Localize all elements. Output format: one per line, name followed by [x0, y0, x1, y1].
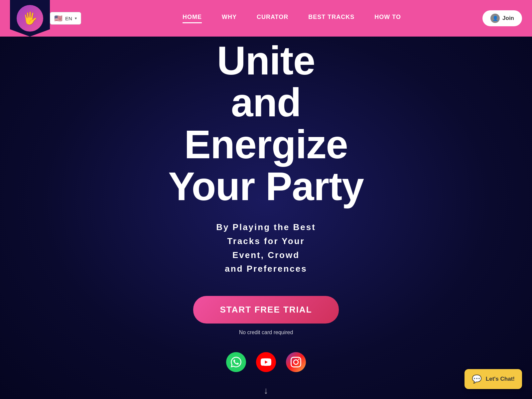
social-icons	[226, 352, 306, 372]
no-credit-text: No credit card required	[239, 330, 293, 335]
flag-icon: 🇺🇸	[54, 14, 63, 22]
chat-widget[interactable]: 💬 Let's Chat!	[465, 369, 522, 389]
logo[interactable]: 🖐	[10, 0, 50, 37]
nav-links: HOME WHY CURATOR BEST TRACKS HOW TO	[101, 14, 482, 23]
hero-subtitle-line3: Event, Crowd	[232, 250, 300, 260]
chat-icon: 💬	[472, 374, 482, 384]
hero-title-line2: and	[231, 80, 301, 125]
nav-home[interactable]: HOME	[183, 14, 202, 23]
youtube-icon[interactable]	[256, 352, 276, 372]
hero-subtitle-line2: Tracks for Your	[227, 236, 305, 246]
join-button[interactable]: 👤 Join	[482, 10, 522, 26]
whatsapp-icon[interactable]	[226, 352, 246, 372]
logo-icon: 🖐	[23, 11, 38, 25]
hero-title-line1: Unite	[217, 38, 315, 83]
scroll-down-arrow: ↓	[264, 385, 268, 396]
nav-curator[interactable]: CURATOR	[257, 14, 288, 23]
nav-why[interactable]: WHY	[222, 14, 237, 23]
hero-title: Unite and Energize Your Party	[168, 40, 364, 207]
navbar: 🖐 🇺🇸 EN ▾ HOME WHY CURATOR BEST TRACKS H…	[0, 0, 532, 37]
instagram-icon[interactable]	[286, 352, 306, 372]
nav-best-tracks[interactable]: BEST TRACKS	[308, 14, 354, 23]
nav-how-to[interactable]: HOW TO	[374, 14, 401, 23]
hero-title-line4: Your Party	[168, 164, 364, 208]
hero-section: Unite and Energize Your Party By Playing…	[0, 0, 532, 399]
hero-title-line3: Energize	[184, 122, 348, 167]
user-avatar-icon: 👤	[490, 14, 500, 23]
logo-circle: 🖐	[17, 5, 43, 32]
hero-subtitle: By Playing the Best Tracks for Your Even…	[216, 220, 316, 276]
hero-subtitle-line4: and Preferences	[225, 264, 307, 274]
hero-subtitle-line1: By Playing the Best	[216, 222, 316, 232]
chat-label: Let's Chat!	[486, 376, 515, 382]
lang-label: EN	[65, 16, 72, 21]
language-selector[interactable]: 🇺🇸 EN ▾	[50, 12, 81, 25]
join-label: Join	[502, 15, 514, 22]
chevron-down-icon: ▾	[75, 16, 77, 21]
start-free-trial-button[interactable]: START FREE TRIAL	[193, 296, 338, 324]
